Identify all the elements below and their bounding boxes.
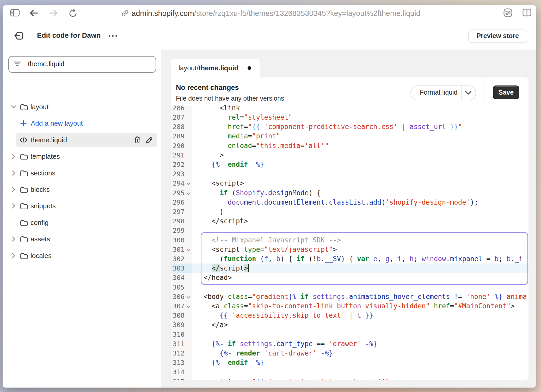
line-number: 294 xyxy=(171,179,185,188)
code-line-311[interactable]: 311 {%- if settings.cart_type == 'drawer… xyxy=(171,339,528,349)
sidebar-folder-config[interactable]: config xyxy=(3,215,161,231)
code-line-288[interactable]: 288 href="{{ 'component-predictive-searc… xyxy=(171,122,528,132)
folder-icon xyxy=(20,104,28,110)
folder-icon xyxy=(20,186,28,193)
format-liquid-button[interactable]: Format liquid xyxy=(410,85,476,100)
unsaved-dot xyxy=(248,66,251,70)
line-number: 295 xyxy=(171,188,185,198)
code-line-310[interactable]: 310 xyxy=(171,330,528,339)
add-new-layout-link[interactable]: Add a new layout xyxy=(3,115,161,131)
delete-icon[interactable] xyxy=(134,136,141,144)
code-line-295[interactable]: 295 if (Shopify.designMode) { xyxy=(171,188,528,198)
code-editor[interactable]: 286 <link287 rel="stylesheet"288 href="{… xyxy=(171,106,528,380)
chevron-right-icon[interactable] xyxy=(10,236,17,242)
code-text: } xyxy=(195,207,224,217)
sidebar-folder-assets[interactable]: assets xyxy=(3,231,161,247)
fold-chevron-icon[interactable] xyxy=(186,248,190,252)
code-line-314[interactable]: 314 xyxy=(171,367,528,377)
code-line-305[interactable]: 305 xyxy=(171,283,528,292)
line-number: 314 xyxy=(171,367,185,377)
exit-icon[interactable] xyxy=(14,31,24,40)
code-text: <body class="gradient{% if settings.anim… xyxy=(195,292,527,302)
file-search-input[interactable]: theme.liquid xyxy=(8,56,156,73)
sidebar-folder-snippets[interactable]: snippets xyxy=(3,198,161,214)
code-line-306[interactable]: 306 <body class="gradient{% if settings.… xyxy=(171,292,528,302)
code-text: document.documentElement.classList.add('… xyxy=(195,198,478,207)
code-text: onload="this.media='all'" xyxy=(195,141,329,151)
code-text: <script src="{{ 'constants.js' | asset_u… xyxy=(195,377,389,380)
folder-icon xyxy=(20,203,28,209)
sidebar-folder-templates[interactable]: templates xyxy=(3,148,161,164)
forward-icon[interactable] xyxy=(49,10,58,16)
code-line-303[interactable]: 303 </script> xyxy=(171,264,528,273)
code-text: <!-- Mixpanel Javascript SDK --> xyxy=(195,235,341,245)
sidebar-folder-sections[interactable]: sections xyxy=(3,165,161,181)
line-number: 286 xyxy=(171,103,185,113)
fold-chevron-icon[interactable] xyxy=(186,295,190,299)
back-icon[interactable] xyxy=(30,10,38,16)
code-line-307[interactable]: 307 <a class="skip-to-content-link butto… xyxy=(171,301,528,311)
code-line-309[interactable]: 309 </a> xyxy=(171,320,528,330)
code-line-304[interactable]: 304 </head> xyxy=(171,273,528,283)
chevron-right-icon[interactable] xyxy=(10,170,17,176)
status-subtitle: File does not have any other versions xyxy=(176,95,284,102)
tree-item-label: snippets xyxy=(30,198,56,214)
tree-item-label: config xyxy=(30,215,48,231)
folder-icon xyxy=(20,170,28,176)
code-line-300[interactable]: 300 <!-- Mixpanel Javascript SDK --> xyxy=(171,235,528,245)
fold-chevron-icon[interactable] xyxy=(186,192,190,195)
page-settings-icon[interactable] xyxy=(503,8,512,17)
code-line-289[interactable]: 289 media="print" xyxy=(171,131,528,141)
line-number: 302 xyxy=(171,254,185,264)
code-file-icon xyxy=(20,137,27,143)
reload-icon[interactable] xyxy=(69,9,77,18)
split-view-icon[interactable] xyxy=(522,9,531,16)
chevron-right-icon[interactable] xyxy=(10,186,17,193)
chevron-right-icon[interactable] xyxy=(10,253,17,259)
chevron-right-icon[interactable] xyxy=(10,203,17,209)
chevron-down-icon[interactable] xyxy=(465,90,472,95)
tree-item-label: templates xyxy=(30,148,60,164)
code-line-294[interactable]: 294 <script> xyxy=(171,179,528,188)
sidebar-folder-blocks[interactable]: blocks xyxy=(3,181,161,198)
code-line-301[interactable]: 301 <script type="text/javascript"> xyxy=(171,245,528,254)
line-number: 298 xyxy=(171,216,185,226)
filter-icon xyxy=(14,61,21,67)
code-line-315[interactable]: 315 <script src="{{ 'constants.js' | ass… xyxy=(171,377,528,380)
code-line-292[interactable]: 292 {%- endif -%} xyxy=(171,160,528,169)
fold-chevron-icon[interactable] xyxy=(186,305,190,308)
code-line-287[interactable]: 287 rel="stylesheet" xyxy=(171,113,528,122)
sidebar-item-theme.liquid[interactable]: theme.liquid xyxy=(3,132,161,148)
sidebar-folder-layout[interactable]: layout xyxy=(3,99,161,115)
code-line-293[interactable]: 293 xyxy=(171,169,528,179)
code-line-290[interactable]: 290 onload="this.media='all'" xyxy=(171,141,528,151)
sidebar-toggle-icon[interactable] xyxy=(10,9,20,16)
code-line-286[interactable]: 286 <link xyxy=(171,103,528,113)
code-line-312[interactable]: 312 {%- render 'cart-drawer' -%} xyxy=(171,348,528,358)
code-line-297[interactable]: 297 } xyxy=(171,207,528,217)
line-number: 303 xyxy=(171,264,185,273)
chevron-right-icon[interactable] xyxy=(10,153,17,160)
fold-chevron-icon[interactable] xyxy=(186,182,190,186)
line-number: 315 xyxy=(171,377,185,380)
tab-theme-liquid[interactable]: layout/theme.liquid xyxy=(171,59,260,77)
code-line-302[interactable]: 302 (function (f, b) { if (!b.__SV) { va… xyxy=(171,254,528,264)
editor-panel: layout/theme.liquid No recent changes Fi… xyxy=(161,50,536,388)
sidebar-folder-locales[interactable]: locales xyxy=(3,248,161,264)
code-line-308[interactable]: 308 {{ 'accessibility.skip_to_text' | t … xyxy=(171,311,528,320)
folder-icon xyxy=(20,153,28,160)
code-line-291[interactable]: 291 > xyxy=(171,150,528,160)
code-line-298[interactable]: 298 </script> xyxy=(171,216,528,226)
code-text: {{ 'accessibility.skip_to_text' | t }} xyxy=(195,311,373,320)
rename-icon[interactable] xyxy=(146,137,152,143)
preview-store-button[interactable]: Preview store xyxy=(468,29,527,43)
code-line-299[interactable]: 299 xyxy=(171,226,528,235)
save-button[interactable]: Save xyxy=(493,85,519,99)
chevron-down-icon[interactable] xyxy=(10,104,17,110)
code-line-313[interactable]: 313 {%- endif -%} xyxy=(171,358,528,368)
line-number: 287 xyxy=(171,113,185,122)
more-actions-icon[interactable] xyxy=(109,34,119,37)
url-bar[interactable]: admin.shopify.com/store/rzq1xu-f5/themes… xyxy=(132,5,420,21)
code-line-296[interactable]: 296 document.documentElement.classList.a… xyxy=(171,198,528,207)
code-text: </head> xyxy=(195,273,232,283)
